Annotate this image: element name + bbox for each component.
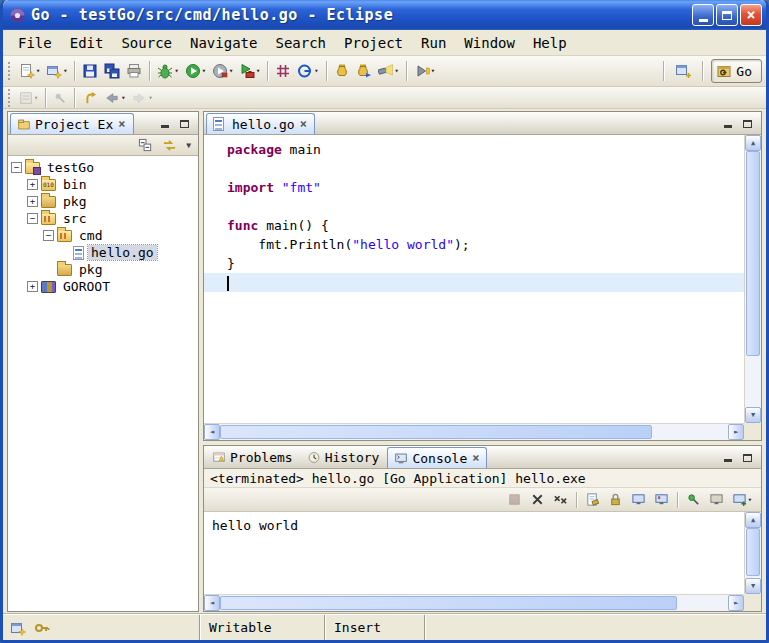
toolbar-separator xyxy=(267,61,268,81)
go-wizard-button[interactable]: ▾ xyxy=(294,59,321,83)
fast-view-button[interactable] xyxy=(10,620,26,636)
external-tools-button[interactable]: ▾ xyxy=(236,59,263,83)
import-jar-button[interactable] xyxy=(353,59,375,83)
tab-hello-go[interactable]: hello.go × xyxy=(206,113,315,134)
scrollbar-thumb[interactable] xyxy=(746,151,760,356)
tree-item-cmd[interactable]: − cmd xyxy=(43,227,198,244)
menu-search[interactable]: Search xyxy=(266,32,335,54)
tab-project-explorer[interactable]: Project Ex × xyxy=(10,113,134,134)
console-vertical-scrollbar[interactable]: ▲ ▼ xyxy=(744,512,761,594)
clear-console-button[interactable] xyxy=(583,490,602,510)
tree-item-pkg2[interactable]: pkg xyxy=(43,261,198,278)
open-console-button[interactable]: ▾ xyxy=(730,490,754,510)
open-jar-button[interactable] xyxy=(331,59,353,83)
collapse-expander-icon[interactable]: − xyxy=(43,230,54,241)
toolbar-grip[interactable] xyxy=(8,62,12,80)
show-stdout-console-button[interactable] xyxy=(629,490,648,510)
menu-edit[interactable]: Edit xyxy=(61,32,113,54)
scroll-lock-button[interactable] xyxy=(606,490,625,510)
maximize-view-button[interactable] xyxy=(739,450,756,464)
tree-item-testGo[interactable]: − testGo xyxy=(11,159,198,176)
scrollbar-thumb[interactable] xyxy=(220,425,652,439)
maximize-button[interactable] xyxy=(716,4,738,26)
key-button[interactable] xyxy=(34,620,50,636)
go-perspective-toggle[interactable]: Go xyxy=(711,59,762,83)
minimize-view-button[interactable] xyxy=(719,450,736,464)
terminate-button[interactable] xyxy=(505,490,524,510)
new-element-button[interactable]: ▾ xyxy=(43,59,70,83)
link-with-editor-button[interactable] xyxy=(160,135,179,155)
scrollbar-thumb[interactable] xyxy=(746,528,760,576)
expand-expander-icon[interactable]: + xyxy=(27,179,38,190)
menu-source[interactable]: Source xyxy=(112,32,181,54)
print-button[interactable] xyxy=(123,59,145,83)
collapse-all-button[interactable] xyxy=(136,135,155,155)
maximize-view-button[interactable] xyxy=(739,116,756,130)
scroll-down-icon[interactable]: ▼ xyxy=(745,407,761,423)
tree-item-GOROOT[interactable]: + GOROOT xyxy=(27,278,198,295)
menu-help[interactable]: Help xyxy=(524,32,576,54)
remove-launch-button[interactable] xyxy=(528,490,547,510)
collapse-expander-icon[interactable]: − xyxy=(11,162,22,173)
new-wizard-button[interactable]: ▾ xyxy=(16,59,43,83)
save-button[interactable] xyxy=(79,59,101,83)
new-go-app-button[interactable] xyxy=(272,59,294,83)
editor-vertical-scrollbar[interactable]: ▲ ▼ xyxy=(744,135,761,423)
tab-console[interactable]: Console × xyxy=(387,447,487,468)
code-editor[interactable]: package main import "fmt" func main() { … xyxy=(204,135,744,423)
menu-run[interactable]: Run xyxy=(412,32,455,54)
run-last-button[interactable]: ▾ xyxy=(209,59,236,83)
pin-console-button[interactable] xyxy=(684,490,703,510)
run-button[interactable]: ▾ xyxy=(182,59,209,83)
scroll-up-icon[interactable]: ▲ xyxy=(745,512,761,528)
back-button[interactable]: ▾ xyxy=(101,88,128,107)
scroll-up-icon[interactable]: ▲ xyxy=(745,135,761,151)
expand-expander-icon[interactable]: + xyxy=(27,196,38,207)
minimize-view-button[interactable] xyxy=(156,116,173,130)
collapse-expander-icon[interactable]: − xyxy=(27,213,38,224)
scroll-left-icon[interactable]: ◄ xyxy=(204,424,220,440)
titlebar[interactable]: Go - testGo/src/cmd/hello.go - Eclipse × xyxy=(3,0,766,30)
tree-item-bin[interactable]: + bin xyxy=(27,176,198,193)
minimize-view-button[interactable] xyxy=(719,116,736,130)
scroll-right-icon[interactable]: ► xyxy=(728,424,744,440)
console-horizontal-scrollbar[interactable]: ◄ ► xyxy=(204,594,744,611)
console-output[interactable]: hello world xyxy=(204,512,744,594)
show-stderr-console-button[interactable] xyxy=(652,490,671,510)
source-folder-icon xyxy=(41,213,56,225)
close-button[interactable]: × xyxy=(740,4,762,26)
toggle-mark-occurrences-button[interactable]: ▾ xyxy=(16,88,41,107)
display-selected-console-button[interactable] xyxy=(707,490,726,510)
expand-expander-icon[interactable]: + xyxy=(27,281,38,292)
last-edit-location-button[interactable] xyxy=(79,88,101,107)
tree-item-hello-go[interactable]: hello.go xyxy=(59,244,198,261)
remove-all-terminated-button[interactable] xyxy=(551,490,570,510)
tree-item-pkg[interactable]: + pkg xyxy=(27,193,198,210)
menu-window[interactable]: Window xyxy=(455,32,524,54)
toolbar-grip[interactable] xyxy=(8,89,12,107)
pin-editor-button[interactable] xyxy=(50,88,70,107)
tab-problems[interactable]: Problems xyxy=(206,447,299,468)
tab-history[interactable]: History xyxy=(301,447,386,468)
minimize-button[interactable] xyxy=(692,4,714,26)
scrollbar-thumb[interactable] xyxy=(220,596,677,610)
menu-project[interactable]: Project xyxy=(335,32,412,54)
editor-horizontal-scrollbar[interactable]: ◄ ► xyxy=(204,423,744,440)
scroll-down-icon[interactable]: ▼ xyxy=(745,578,761,594)
search-button[interactable]: ▾ xyxy=(375,59,402,83)
menu-navigate[interactable]: Navigate xyxy=(181,32,266,54)
scroll-left-icon[interactable]: ◄ xyxy=(204,595,220,611)
menu-file[interactable]: File xyxy=(9,32,61,54)
view-menu-button[interactable]: ▼ xyxy=(184,135,193,155)
open-perspective-button[interactable] xyxy=(672,59,694,83)
close-icon[interactable]: × xyxy=(117,118,126,130)
debug-button[interactable]: ▾ xyxy=(154,59,181,83)
scroll-right-icon[interactable]: ► xyxy=(728,595,744,611)
forward-button[interactable]: ▾ xyxy=(128,88,155,107)
next-annotation-button[interactable]: ▾ xyxy=(411,59,438,83)
close-icon[interactable]: × xyxy=(299,118,308,130)
maximize-view-button[interactable] xyxy=(176,116,193,130)
close-icon[interactable]: × xyxy=(471,452,480,464)
save-all-button[interactable] xyxy=(101,59,123,83)
tree-item-src[interactable]: − src xyxy=(27,210,198,227)
